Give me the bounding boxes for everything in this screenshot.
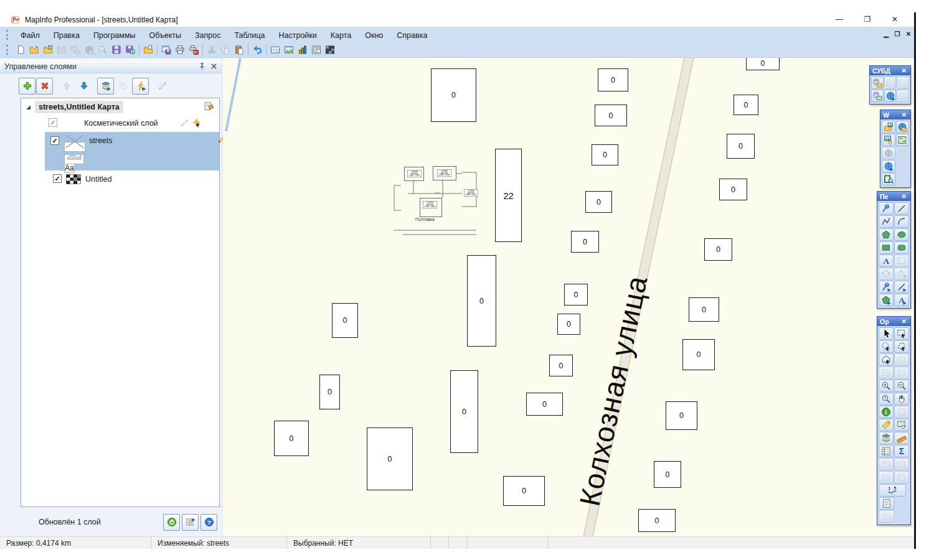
menu-drag-handle[interactable] [6, 30, 9, 40]
folder-page-button[interactable] [141, 43, 155, 57]
menu-правка[interactable]: Правка [47, 29, 87, 42]
dbms-toolbar-title[interactable]: СУБД✕ [870, 66, 910, 75]
region-style-swatch[interactable] [64, 155, 84, 164]
polygon-cur-button[interactable] [879, 294, 894, 306]
menu-справка[interactable]: Справка [390, 29, 434, 42]
pen-toolbar-title[interactable]: Пе✕ [877, 192, 910, 201]
pan-button[interactable] [894, 393, 909, 405]
toolbar-drag-handle[interactable] [6, 45, 9, 55]
web-toolbar-title[interactable]: W✕ [880, 110, 910, 119]
save-window-button[interactable] [159, 43, 173, 57]
close-toolbar-icon[interactable]: ✕ [900, 193, 908, 200]
menu-таблица[interactable]: Таблица [228, 29, 272, 42]
menu-окно[interactable]: Окно [358, 29, 390, 42]
folder-image-button[interactable] [882, 121, 895, 133]
mdi-restore-button[interactable]: ❐ [892, 29, 902, 39]
map-root-label[interactable]: streets,Untitled Карта [35, 101, 123, 113]
line-style-swatch[interactable] [64, 142, 85, 152]
legend-button[interactable] [879, 445, 894, 457]
zoom-in-button[interactable] [879, 380, 894, 392]
ruler-button[interactable] [894, 432, 909, 444]
streets-visibility-checkbox[interactable]: ✓ [50, 136, 59, 145]
save-table-button[interactable] [123, 43, 137, 57]
lightning-button[interactable] [132, 78, 149, 95]
restore-button[interactable]: ❐ [857, 12, 878, 27]
menu-объекты[interactable]: Объекты [143, 29, 189, 42]
close-toolbar-icon[interactable]: ✕ [900, 67, 908, 74]
star-cur-icon[interactable] [192, 118, 201, 129]
line-cur-button[interactable] [894, 281, 909, 293]
menu-файл[interactable]: Файл [14, 29, 47, 42]
print-button[interactable] [173, 43, 187, 57]
node-list-button[interactable] [879, 497, 894, 510]
arc-button[interactable] [894, 215, 909, 228]
db-map-button[interactable] [882, 160, 895, 172]
paste-button[interactable] [232, 43, 246, 57]
close-toolbar-icon[interactable]: ✕ [900, 318, 908, 325]
expander-icon[interactable]: ◢ [26, 104, 35, 110]
add-button[interactable] [19, 78, 35, 95]
new-redistrict-button[interactable] [323, 43, 337, 57]
drag-map-button[interactable] [894, 419, 909, 431]
poly-select-button[interactable] [894, 340, 909, 353]
layer-label[interactable]: Untitled [85, 175, 111, 184]
map-options-icon[interactable] [204, 101, 219, 113]
undo-button[interactable] [250, 43, 264, 57]
down-button[interactable] [75, 78, 92, 95]
list-next-button[interactable] [182, 514, 199, 531]
browser-button[interactable] [268, 43, 282, 57]
marquee-button[interactable] [894, 327, 909, 340]
zoom-out-button[interactable] [894, 380, 909, 392]
layer-tree-root[interactable]: ◢ streets,Untitled Карта [21, 98, 219, 116]
line-button[interactable] [894, 202, 909, 215]
minimize-button[interactable]: — [829, 12, 850, 27]
map-window[interactable]: 00000002200000000000000000000 Колхозная … [223, 58, 914, 536]
open-table-button[interactable] [41, 43, 55, 57]
layer-row-cosmetic[interactable]: ✓ Косметический слой [21, 116, 219, 132]
layer-row-untitled[interactable]: ✓ Untitled [21, 172, 219, 188]
db-table-button[interactable]: CSV [871, 90, 884, 102]
menu-программы[interactable]: Программы [87, 29, 143, 42]
menu-настройки[interactable]: Настройки [272, 29, 324, 42]
layer-label[interactable]: Косметический слой [84, 119, 158, 128]
rect-button[interactable] [879, 241, 894, 254]
layer-label[interactable]: streets [89, 136, 113, 145]
del-button[interactable] [36, 78, 53, 95]
boundary-button[interactable] [879, 353, 894, 366]
close-toolbar-icon[interactable]: ✕ [900, 111, 908, 118]
help-button[interactable]: ? [200, 514, 217, 531]
polyline-button[interactable] [879, 215, 894, 228]
open-button[interactable] [27, 43, 41, 57]
power-button[interactable] [163, 514, 180, 531]
hand-image-button[interactable] [882, 134, 895, 146]
new-graph-button[interactable] [296, 43, 309, 57]
pin-button[interactable] [879, 202, 894, 215]
save-button[interactable] [110, 43, 123, 57]
globe-folder-button[interactable] [896, 121, 910, 133]
new-doc-button[interactable] [14, 43, 27, 57]
book-search-button[interactable] [882, 173, 895, 185]
polygon-button[interactable] [879, 228, 894, 241]
ellipse-button[interactable] [894, 228, 909, 241]
stats-button[interactable]: Σ [894, 445, 909, 457]
zoom-q-button[interactable]: ? [879, 393, 894, 405]
text-cur-button[interactable]: A [894, 294, 909, 306]
pin-icon[interactable] [198, 62, 206, 70]
new-map-button[interactable] [282, 43, 296, 57]
text-button[interactable]: A [879, 254, 894, 267]
new-layout-button[interactable] [309, 43, 323, 57]
cosmetic-visibility-checkbox[interactable]: ✓ [49, 118, 57, 127]
mdi-minimize-button[interactable]: ▁ [881, 29, 891, 39]
pin-cur-button[interactable] [879, 281, 894, 293]
ops-toolbar-title[interactable]: Ор✕ [877, 317, 910, 326]
db-open-button[interactable] [871, 77, 884, 89]
mdi-close-button[interactable]: ✕ [903, 29, 913, 39]
rrect-button[interactable] [894, 241, 909, 254]
layers-add-button[interactable] [97, 78, 114, 95]
layers-button[interactable] [879, 432, 894, 444]
menu-запрос[interactable]: Запрос [188, 29, 227, 42]
db-map-button[interactable] [884, 90, 897, 102]
print-pdf-button[interactable] [187, 43, 200, 57]
label-tag-button[interactable] [879, 419, 894, 431]
close-button[interactable]: ✕ [884, 12, 905, 27]
